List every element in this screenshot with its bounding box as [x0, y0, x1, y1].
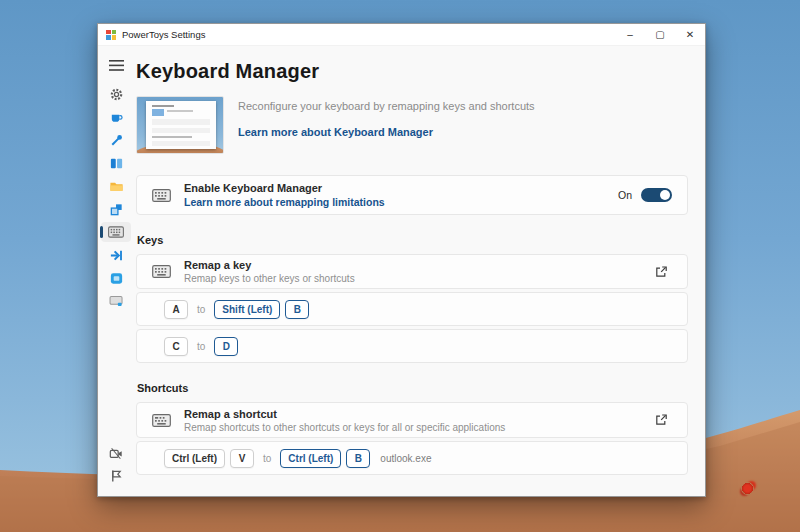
- keyboard-icon: [152, 265, 171, 278]
- shortcuts-section-header: Shortcuts: [137, 382, 688, 394]
- key-chip: B: [285, 300, 309, 319]
- sidebar-item-shortcut-guide[interactable]: [101, 291, 131, 311]
- sidebar-item-keyboard-manager[interactable]: [101, 222, 131, 242]
- target-app-label: outlook.exe: [380, 453, 431, 464]
- to-label: to: [197, 304, 205, 315]
- key-chip: C: [164, 337, 188, 356]
- remap-shortcut-subtitle: Remap shortcuts to other shortcuts or ke…: [184, 422, 505, 433]
- key-chip: A: [164, 300, 188, 319]
- keyboard-manager-preview-image: [136, 96, 224, 154]
- keyboard-icon: [108, 226, 124, 238]
- key-chip: Ctrl (Left): [164, 449, 225, 468]
- remap-a-shortcut-card[interactable]: Remap a shortcut Remap shortcuts to othe…: [136, 402, 688, 438]
- enable-toggle[interactable]: [641, 188, 672, 202]
- powertoys-run-icon: [109, 271, 124, 286]
- enable-title: Enable Keyboard Manager: [184, 182, 385, 194]
- sidebar-item-mouse-utilities[interactable]: [101, 245, 131, 265]
- key-chip: B: [346, 449, 370, 468]
- main-content: Keyboard Manager Reconfigure your keyboa…: [134, 46, 705, 496]
- sidebar-item-general[interactable]: [101, 84, 131, 104]
- fancyzones-icon: [109, 156, 124, 171]
- toggle-knob: [660, 190, 670, 200]
- awake-cup-icon: [109, 110, 124, 125]
- remap-shortcut-launch-button[interactable]: [650, 410, 672, 430]
- image-resizer-icon: [109, 202, 124, 217]
- page-title: Keyboard Manager: [136, 60, 688, 83]
- keyboard-icon: [152, 414, 171, 427]
- sidebar-item-powertoys-run[interactable]: [101, 268, 131, 288]
- to-label: to: [263, 453, 271, 464]
- video-conference-icon: [109, 447, 123, 460]
- hamburger-icon: [109, 60, 124, 71]
- sidebar-item-file-explorer[interactable]: [101, 176, 131, 196]
- hero-section: Reconfigure your keyboard by remapping k…: [136, 96, 688, 154]
- toggle-state-label: On: [618, 189, 632, 201]
- powertoys-settings-window: PowerToys Settings – ▢ ✕: [97, 23, 706, 497]
- remap-key-subtitle: Remap keys to other keys or shortcuts: [184, 273, 355, 284]
- launch-icon: [655, 266, 667, 278]
- page-description: Reconfigure your keyboard by remapping k…: [238, 100, 535, 112]
- key-remap-row: C to D: [136, 329, 688, 363]
- preview-mini-window: [146, 101, 216, 149]
- shortcut-guide-icon: [109, 295, 124, 307]
- keyboard-icon: [152, 189, 171, 202]
- hamburger-menu-button[interactable]: [101, 55, 131, 75]
- minimize-button[interactable]: –: [615, 24, 645, 45]
- remap-key-launch-button[interactable]: [650, 262, 672, 282]
- sidebar-item-image-resizer[interactable]: [101, 199, 131, 219]
- nav-sidebar: [98, 46, 134, 496]
- title-bar[interactable]: PowerToys Settings – ▢ ✕: [98, 24, 705, 46]
- remap-a-key-card[interactable]: Remap a key Remap keys to other keys or …: [136, 254, 688, 289]
- window-title: PowerToys Settings: [122, 29, 205, 40]
- key-chip: Shift (Left): [214, 300, 280, 319]
- sidebar-item-video-conference[interactable]: [101, 443, 131, 463]
- key-remap-row: A to Shift (Left) B: [136, 292, 688, 326]
- sidebar-item-fancyzones[interactable]: [101, 153, 131, 173]
- sidebar-item-color-picker[interactable]: [101, 130, 131, 150]
- to-label: to: [197, 341, 205, 352]
- remapping-limitations-link[interactable]: Learn more about remapping limitations: [184, 196, 385, 208]
- launch-icon: [655, 414, 667, 426]
- shortcut-remap-row: Ctrl (Left) V to Ctrl (Left) B outlook.e…: [136, 441, 688, 475]
- feedback-flag-icon: [110, 469, 123, 483]
- key-chip: V: [230, 449, 254, 468]
- key-chip: Ctrl (Left): [280, 449, 341, 468]
- folder-icon: [109, 179, 124, 194]
- close-button[interactable]: ✕: [675, 24, 705, 45]
- sidebar-item-feedback[interactable]: [101, 466, 131, 486]
- remap-key-title: Remap a key: [184, 259, 355, 271]
- color-picker-icon: [109, 133, 124, 148]
- remap-shortcut-title: Remap a shortcut: [184, 408, 505, 420]
- red-flower: [741, 482, 754, 495]
- keys-section-header: Keys: [137, 234, 688, 246]
- mouse-utilities-icon: [109, 248, 124, 263]
- enable-keyboard-manager-card: Enable Keyboard Manager Learn more about…: [136, 175, 688, 215]
- powertoys-app-icon: [106, 30, 116, 40]
- learn-more-link[interactable]: Learn more about Keyboard Manager: [238, 126, 535, 138]
- maximize-button[interactable]: ▢: [645, 24, 675, 45]
- sidebar-item-awake[interactable]: [101, 107, 131, 127]
- gear-icon: [109, 87, 124, 102]
- key-chip: D: [214, 337, 238, 356]
